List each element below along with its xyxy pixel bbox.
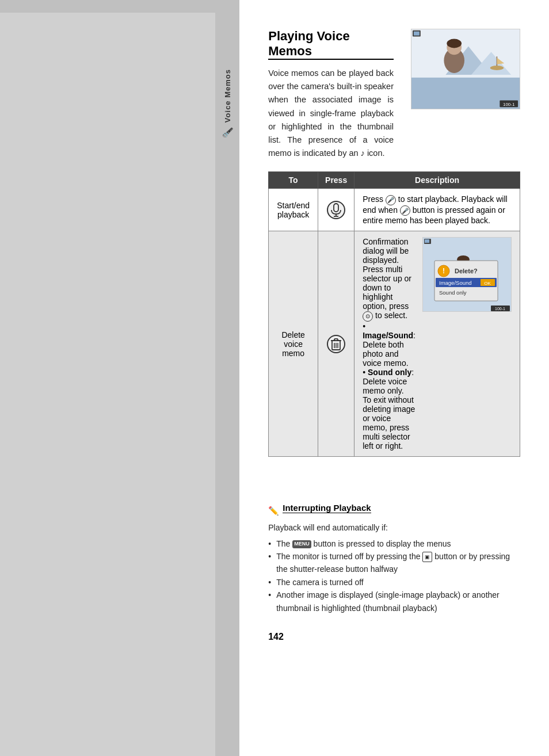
sidebar-text: Voice Memos [223,69,232,123]
monitor-icon: ▣ [422,552,432,562]
interrupting-intro: Playback will end automatically if: [268,521,520,535]
sidebar: 🎤 Voice Memos [215,0,239,756]
row2-desc: Confirmation dialog will be displayed. P… [354,231,520,457]
svg-text:100-1: 100-1 [495,307,505,311]
svg-rect-30 [425,239,429,243]
interrupting-body: Playback will end automatically if: The … [268,521,520,614]
bullet-item: Another image is displayed (single-image… [268,589,520,614]
interrupting-section: ✏️ Interrupting Playback Playback will e… [268,491,520,642]
camera-image: 100-1 [411,29,520,109]
svg-rect-14 [334,204,338,212]
delete-description: Confirmation dialog will be displayed. P… [363,237,415,450]
sound-only-label: Sound only [368,368,411,377]
svg-text:Sound only: Sound only [439,289,467,296]
svg-point-6 [447,39,462,48]
header-press: Press [318,172,354,189]
top-bar [0,0,215,13]
table-row: Start/end playback P [269,189,520,231]
table-row: Deletevoicememo [269,231,520,457]
delete-dialog-screenshot: ! Delete? Image/Sound OK [422,237,512,312]
voice-button-icon [327,201,345,219]
page-title: Playing Voice Memos [268,29,394,60]
row1-press [318,189,354,231]
interrupting-header: ✏️ Interrupting Playback [268,503,520,519]
row2-press [318,231,354,457]
intro-text: Voice memos can be played back over the … [268,67,394,160]
main-content: Playing Voice Memos Voice memos can be p… [239,0,549,756]
bullet-item: The monitor is turned off by pressing th… [268,550,520,576]
header-description: Description [354,172,520,189]
delete-right-container: Confirmation dialog will be displayed. P… [363,237,512,450]
data-table: To Press Description Start/end playback [268,171,520,457]
row1-desc: Press 🎤 to start playback. Playback will… [354,189,520,231]
svg-text:Image/Sound: Image/Sound [439,280,472,286]
sidebar-icon: 🎤 [222,126,233,138]
svg-point-7 [490,66,504,70]
interrupting-title: Interrupting Playback [283,503,371,513]
svg-rect-11 [414,32,420,36]
svg-text:100-1: 100-1 [503,102,515,107]
trash-button-icon [327,335,345,353]
page-header: Playing Voice Memos Voice memos can be p… [268,29,520,160]
bullet-item: The camera is turned off [268,576,520,589]
header-to: To [269,172,318,189]
interrupting-bullets: The MENU button is pressed to display th… [268,537,520,614]
sidebar-label: 🎤 Voice Memos [222,69,233,138]
svg-text:Delete?: Delete? [455,268,478,274]
pencil-icon: ✏️ [268,506,279,516]
page-number: 142 [268,632,520,642]
svg-text:!: ! [443,267,445,275]
row2-to: Deletevoicememo [269,231,318,457]
inline-mic-icon: 🎤 [386,195,396,205]
header-text: Playing Voice Memos Voice memos can be p… [268,29,394,160]
inline-mic-icon2: 🎤 [400,205,410,216]
image-sound-label: Image/Sound [363,331,413,340]
inline-ok-icon: ⊙ [363,311,373,322]
bullet-item: The MENU button is pressed to display th… [268,537,520,550]
svg-text:OK: OK [484,281,491,286]
row1-to: Start/end playback [269,189,318,231]
menu-icon: MENU [292,540,311,548]
